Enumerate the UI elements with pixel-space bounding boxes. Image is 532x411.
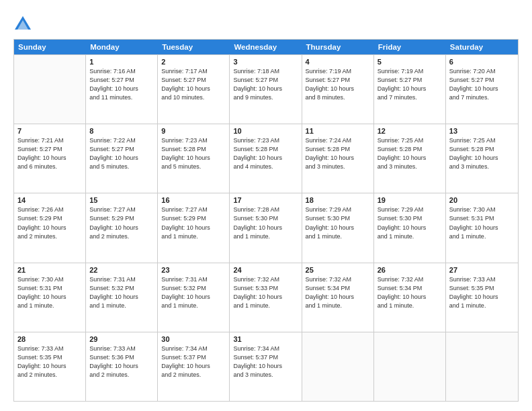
calendar-cell-14: 14Sunrise: 7:26 AM Sunset: 5:29 PM Dayli… bbox=[14, 193, 86, 262]
day-number: 24 bbox=[233, 266, 298, 274]
day-number: 17 bbox=[233, 196, 298, 204]
cell-info: Sunrise: 7:25 AM Sunset: 5:28 PM Dayligh… bbox=[378, 136, 442, 171]
cell-info: Sunrise: 7:33 AM Sunset: 5:35 PM Dayligh… bbox=[449, 275, 515, 310]
day-number: 3 bbox=[233, 58, 298, 66]
calendar-cell-16: 16Sunrise: 7:27 AM Sunset: 5:29 PM Dayli… bbox=[158, 193, 230, 262]
calendar: SundayMondayTuesdayWednesdayThursdayFrid… bbox=[13, 39, 519, 402]
cell-info: Sunrise: 7:30 AM Sunset: 5:31 PM Dayligh… bbox=[449, 205, 515, 240]
day-number: 29 bbox=[89, 335, 154, 343]
calendar-cell-11: 11Sunrise: 7:24 AM Sunset: 5:28 PM Dayli… bbox=[302, 124, 374, 193]
header bbox=[13, 12, 519, 34]
cell-info: Sunrise: 7:32 AM Sunset: 5:33 PM Dayligh… bbox=[233, 275, 298, 310]
cell-info: Sunrise: 7:27 AM Sunset: 5:29 PM Dayligh… bbox=[89, 205, 154, 240]
cell-info: Sunrise: 7:34 AM Sunset: 5:37 PM Dayligh… bbox=[233, 345, 298, 379]
calendar-cell-17: 17Sunrise: 7:28 AM Sunset: 5:30 PM Dayli… bbox=[230, 193, 302, 262]
calendar-cell-18: 18Sunrise: 7:29 AM Sunset: 5:30 PM Dayli… bbox=[302, 193, 374, 262]
calendar-row-0: 1Sunrise: 7:16 AM Sunset: 5:27 PM Daylig… bbox=[14, 54, 518, 124]
cell-info: Sunrise: 7:32 AM Sunset: 5:34 PM Dayligh… bbox=[306, 275, 370, 310]
day-number: 18 bbox=[306, 196, 370, 204]
day-number: 4 bbox=[306, 58, 370, 66]
calendar-cell-29: 29Sunrise: 7:33 AM Sunset: 5:36 PM Dayli… bbox=[86, 332, 158, 401]
day-number: 1 bbox=[89, 58, 154, 66]
logo bbox=[13, 15, 35, 34]
calendar-cell-empty-0 bbox=[14, 55, 86, 124]
cell-info: Sunrise: 7:31 AM Sunset: 5:32 PM Dayligh… bbox=[161, 275, 226, 310]
calendar-cell-22: 22Sunrise: 7:31 AM Sunset: 5:32 PM Dayli… bbox=[86, 263, 158, 332]
cell-info: Sunrise: 7:16 AM Sunset: 5:27 PM Dayligh… bbox=[89, 67, 154, 102]
calendar-cell-3: 3Sunrise: 7:18 AM Sunset: 5:27 PM Daylig… bbox=[230, 55, 302, 124]
calendar-cell-26: 26Sunrise: 7:32 AM Sunset: 5:34 PM Dayli… bbox=[374, 263, 446, 332]
day-number: 15 bbox=[89, 196, 154, 204]
day-number: 31 bbox=[233, 335, 298, 343]
cell-info: Sunrise: 7:20 AM Sunset: 5:27 PM Dayligh… bbox=[449, 67, 515, 102]
day-number: 11 bbox=[306, 127, 370, 135]
calendar-cell-12: 12Sunrise: 7:25 AM Sunset: 5:28 PM Dayli… bbox=[374, 124, 446, 193]
day-number: 25 bbox=[306, 266, 370, 274]
calendar-cell-19: 19Sunrise: 7:29 AM Sunset: 5:30 PM Dayli… bbox=[374, 193, 446, 262]
calendar-cell-6: 6Sunrise: 7:20 AM Sunset: 5:27 PM Daylig… bbox=[446, 55, 518, 124]
header-day-tuesday: Tuesday bbox=[158, 40, 230, 54]
calendar-cell-28: 28Sunrise: 7:33 AM Sunset: 5:35 PM Dayli… bbox=[14, 332, 86, 401]
day-number: 8 bbox=[89, 127, 154, 135]
calendar-body: 1Sunrise: 7:16 AM Sunset: 5:27 PM Daylig… bbox=[14, 54, 518, 401]
cell-info: Sunrise: 7:21 AM Sunset: 5:27 PM Dayligh… bbox=[17, 136, 82, 171]
day-number: 6 bbox=[449, 58, 515, 66]
header-day-thursday: Thursday bbox=[302, 40, 374, 54]
calendar-cell-7: 7Sunrise: 7:21 AM Sunset: 5:27 PM Daylig… bbox=[14, 124, 86, 193]
day-number: 9 bbox=[161, 127, 226, 135]
day-number: 2 bbox=[161, 58, 226, 66]
day-number: 21 bbox=[17, 266, 82, 274]
calendar-cell-8: 8Sunrise: 7:22 AM Sunset: 5:27 PM Daylig… bbox=[86, 124, 158, 193]
calendar-cell-31: 31Sunrise: 7:34 AM Sunset: 5:37 PM Dayli… bbox=[230, 332, 302, 401]
calendar-cell-23: 23Sunrise: 7:31 AM Sunset: 5:32 PM Dayli… bbox=[158, 263, 230, 332]
calendar-cell-9: 9Sunrise: 7:23 AM Sunset: 5:28 PM Daylig… bbox=[158, 124, 230, 193]
day-number: 16 bbox=[161, 196, 226, 204]
calendar-cell-4: 4Sunrise: 7:19 AM Sunset: 5:27 PM Daylig… bbox=[302, 55, 374, 124]
header-day-sunday: Sunday bbox=[14, 40, 86, 54]
calendar-row-4: 28Sunrise: 7:33 AM Sunset: 5:35 PM Dayli… bbox=[14, 332, 518, 401]
calendar-cell-1: 1Sunrise: 7:16 AM Sunset: 5:27 PM Daylig… bbox=[86, 55, 158, 124]
day-number: 12 bbox=[378, 127, 442, 135]
cell-info: Sunrise: 7:19 AM Sunset: 5:27 PM Dayligh… bbox=[306, 67, 370, 102]
calendar-cell-5: 5Sunrise: 7:19 AM Sunset: 5:27 PM Daylig… bbox=[374, 55, 446, 124]
day-number: 28 bbox=[17, 335, 82, 343]
day-number: 22 bbox=[89, 266, 154, 274]
cell-info: Sunrise: 7:29 AM Sunset: 5:30 PM Dayligh… bbox=[306, 205, 370, 240]
day-number: 19 bbox=[378, 196, 442, 204]
calendar-cell-20: 20Sunrise: 7:30 AM Sunset: 5:31 PM Dayli… bbox=[446, 193, 518, 262]
cell-info: Sunrise: 7:24 AM Sunset: 5:28 PM Dayligh… bbox=[306, 136, 370, 171]
cell-info: Sunrise: 7:29 AM Sunset: 5:30 PM Dayligh… bbox=[378, 205, 442, 240]
cell-info: Sunrise: 7:28 AM Sunset: 5:30 PM Dayligh… bbox=[233, 205, 298, 240]
calendar-cell-15: 15Sunrise: 7:27 AM Sunset: 5:29 PM Dayli… bbox=[86, 193, 158, 262]
cell-info: Sunrise: 7:30 AM Sunset: 5:31 PM Dayligh… bbox=[17, 275, 82, 310]
header-day-friday: Friday bbox=[374, 40, 446, 54]
calendar-cell-25: 25Sunrise: 7:32 AM Sunset: 5:34 PM Dayli… bbox=[302, 263, 374, 332]
day-number: 27 bbox=[449, 266, 515, 274]
calendar-cell-10: 10Sunrise: 7:23 AM Sunset: 5:28 PM Dayli… bbox=[230, 124, 302, 193]
calendar-row-3: 21Sunrise: 7:30 AM Sunset: 5:31 PM Dayli… bbox=[14, 263, 518, 332]
cell-info: Sunrise: 7:33 AM Sunset: 5:36 PM Dayligh… bbox=[89, 345, 154, 379]
calendar-row-2: 14Sunrise: 7:26 AM Sunset: 5:29 PM Dayli… bbox=[14, 193, 518, 262]
day-number: 10 bbox=[233, 127, 298, 135]
logo-icon bbox=[13, 15, 32, 34]
day-number: 23 bbox=[161, 266, 226, 274]
cell-info: Sunrise: 7:22 AM Sunset: 5:27 PM Dayligh… bbox=[89, 136, 154, 171]
calendar-cell-empty-4 bbox=[302, 332, 374, 401]
calendar-cell-2: 2Sunrise: 7:17 AM Sunset: 5:27 PM Daylig… bbox=[158, 55, 230, 124]
cell-info: Sunrise: 7:17 AM Sunset: 5:27 PM Dayligh… bbox=[161, 67, 226, 102]
day-number: 13 bbox=[449, 127, 515, 135]
cell-info: Sunrise: 7:23 AM Sunset: 5:28 PM Dayligh… bbox=[233, 136, 298, 171]
day-number: 26 bbox=[378, 266, 442, 274]
day-number: 7 bbox=[17, 127, 82, 135]
header-day-monday: Monday bbox=[86, 40, 158, 54]
calendar-row-1: 7Sunrise: 7:21 AM Sunset: 5:27 PM Daylig… bbox=[14, 124, 518, 193]
cell-info: Sunrise: 7:23 AM Sunset: 5:28 PM Dayligh… bbox=[161, 136, 226, 171]
header-day-wednesday: Wednesday bbox=[230, 40, 302, 54]
calendar-header: SundayMondayTuesdayWednesdayThursdayFrid… bbox=[14, 40, 518, 54]
calendar-cell-empty-5 bbox=[374, 332, 446, 401]
calendar-cell-empty-6 bbox=[446, 332, 518, 401]
cell-info: Sunrise: 7:32 AM Sunset: 5:34 PM Dayligh… bbox=[378, 275, 442, 310]
day-number: 14 bbox=[17, 196, 82, 204]
calendar-cell-21: 21Sunrise: 7:30 AM Sunset: 5:31 PM Dayli… bbox=[14, 263, 86, 332]
day-number: 5 bbox=[378, 58, 442, 66]
